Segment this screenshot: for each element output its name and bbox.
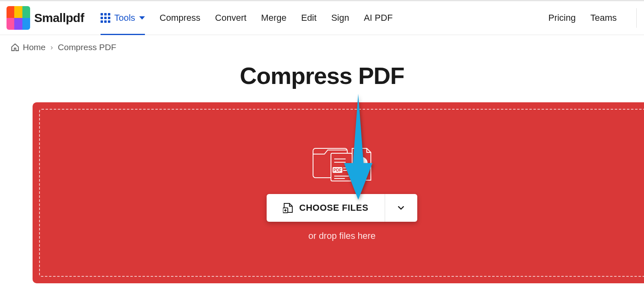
nav-convert[interactable]: Convert bbox=[215, 1, 246, 35]
choose-files-label: CHOOSE FILES bbox=[299, 203, 368, 213]
nav-item-label: Compress bbox=[160, 13, 200, 23]
nav-compress[interactable]: Compress bbox=[160, 1, 200, 35]
caret-down-icon bbox=[139, 16, 145, 20]
nav-item-label: Tools bbox=[114, 13, 135, 23]
dropzone-container: PDF CHOOSE FILES bbox=[33, 102, 644, 283]
logo-link[interactable]: Smallpdf bbox=[7, 6, 84, 30]
breadcrumb-separator: › bbox=[50, 43, 53, 52]
nav-pricing[interactable]: Pricing bbox=[548, 13, 576, 23]
nav-item-label: Edit bbox=[301, 13, 317, 23]
logo-icon bbox=[7, 6, 30, 30]
page-title: Compress PDF bbox=[0, 62, 644, 89]
drop-hint-text: or drop files here bbox=[308, 231, 375, 241]
grid-icon bbox=[101, 13, 110, 23]
home-icon bbox=[11, 43, 20, 52]
breadcrumb-home-label: Home bbox=[23, 42, 46, 52]
choose-files-group: CHOOSE FILES bbox=[267, 194, 417, 222]
nav-item-label: Teams bbox=[590, 13, 617, 23]
nav-ai-pdf[interactable]: AI PDF bbox=[364, 1, 393, 35]
nav-item-label: Convert bbox=[215, 13, 246, 23]
main-header: Smallpdf Tools Compress Convert Merge Ed… bbox=[0, 0, 644, 35]
nav-teams[interactable]: Teams bbox=[590, 13, 617, 23]
nav-item-label: AI PDF bbox=[364, 13, 393, 23]
brand-name: Smallpdf bbox=[34, 11, 84, 25]
add-file-icon bbox=[283, 202, 294, 214]
breadcrumb: Home › Compress PDF bbox=[0, 35, 644, 55]
nav-merge[interactable]: Merge bbox=[261, 1, 286, 35]
nav-tools-dropdown[interactable]: Tools bbox=[101, 1, 145, 35]
nav-item-label: Merge bbox=[261, 13, 286, 23]
primary-nav: Tools Compress Convert Merge Edit Sign A… bbox=[101, 1, 393, 35]
pdf-badge-text: PDF bbox=[333, 168, 342, 172]
breadcrumb-home[interactable]: Home bbox=[11, 42, 46, 52]
chevron-down-icon bbox=[397, 204, 405, 212]
nav-right: Pricing Teams bbox=[548, 8, 637, 28]
nav-edit[interactable]: Edit bbox=[301, 1, 317, 35]
breadcrumb-current: Compress PDF bbox=[58, 42, 116, 52]
annotation-arrow bbox=[344, 94, 372, 201]
file-dropzone[interactable]: PDF CHOOSE FILES bbox=[39, 109, 644, 277]
nav-sign[interactable]: Sign bbox=[331, 1, 349, 35]
nav-item-label: Pricing bbox=[548, 13, 576, 23]
nav-item-label: Sign bbox=[331, 13, 349, 23]
vertical-divider bbox=[636, 8, 637, 28]
choose-files-dropdown[interactable] bbox=[385, 194, 417, 222]
